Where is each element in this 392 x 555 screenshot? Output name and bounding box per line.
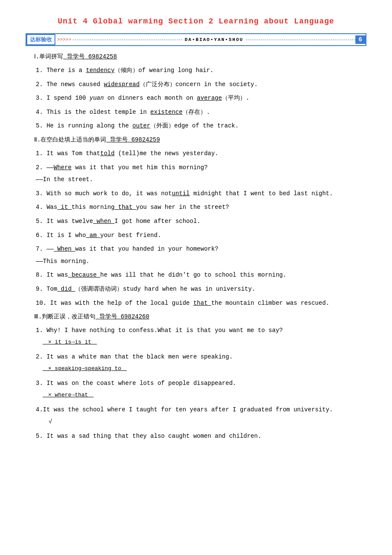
- section-arrows: >>>>>: [57, 37, 71, 42]
- q2-9: 9. Tom did （强调谓语动词）study hard when he wa…: [30, 283, 366, 295]
- q1-2: 2. The news caused widespread（广泛分布）conce…: [30, 79, 366, 90]
- part2-container: Ⅱ.在空白处填上适当的单词 导学号 69824259 1. It was Tom…: [26, 136, 366, 309]
- part3-label: Ⅲ.判断正误，改正错句: [34, 313, 95, 320]
- q3-4: 4.It was the school where I taught for t…: [30, 404, 366, 427]
- correction-2: × speaking→speaking to: [43, 364, 366, 373]
- q1-3: 3. I spend 100 yuan on dinners each mont…: [30, 92, 366, 104]
- q3-2: 2. It was a white man that the black men…: [30, 351, 366, 373]
- correction-1: × it is→is it: [43, 337, 366, 347]
- part1-title: Ⅰ.单词拼写 导学号 69824258: [34, 53, 366, 61]
- q3-1: 1. Why! I have nothing to confess.What i…: [30, 325, 366, 347]
- q2-3: 3. With so much work to do, it was notun…: [30, 188, 366, 199]
- part1-guide: 导学号 69824258: [63, 53, 117, 60]
- q2-8: 8. It was because he was ill that he did…: [30, 269, 366, 281]
- part2-title: Ⅱ.在空白处填上适当的单词 导学号 69824259: [34, 136, 366, 144]
- section-line-right: [246, 40, 355, 40]
- q2-2: 2. ——Where was it that you met him this …: [30, 162, 366, 185]
- q3-5: 5. It was a sad thing that they also cau…: [30, 431, 366, 442]
- part2-guide: 导学号 69824259: [106, 136, 160, 143]
- q2-6: 6. It is I who am your best friend.: [30, 230, 366, 241]
- q1-1: 1. There is a tendency（倾向）of wearing lon…: [30, 65, 366, 76]
- q2-10: 10. It was with the help of the local gu…: [30, 298, 366, 309]
- q2-5: 5. It was twelve when I got home after s…: [30, 216, 366, 227]
- section-tag-text: 达标验收: [30, 37, 52, 43]
- correction-4: √: [43, 416, 366, 427]
- part1-container: Ⅰ.单词拼写 导学号 69824258 1. There is a tenden…: [26, 53, 366, 132]
- section-middle-text: DA▪BIAO▪YAN▪SHOU: [182, 37, 246, 42]
- part1-label: Ⅰ.单词拼写: [34, 53, 63, 60]
- page-title: Unit 4 Global warming Section 2 Learning…: [26, 17, 366, 26]
- q2-1: 1. It was Tom thattold (tell)me the news…: [30, 148, 366, 159]
- q3-3: 3. It was on the coast where lots of peo…: [30, 378, 366, 400]
- part3-guide: 导学号 69824260: [95, 313, 149, 320]
- section-number: 6: [355, 35, 366, 44]
- part2-label: Ⅱ.在空白处填上适当的单词: [34, 136, 106, 143]
- q2-4: 4. Was it this morning that you saw her …: [30, 202, 366, 213]
- part3-container: Ⅲ.判断正误，改正错句 导学号 69824260 1. Why! I have …: [26, 313, 366, 442]
- correction-3: × where→that: [43, 390, 366, 400]
- section-line-left: [73, 40, 182, 40]
- q1-5: 5. He is running along the outer（外面）edge…: [30, 120, 366, 132]
- section-header: 达标验收 >>>>> DA▪BIAO▪YAN▪SHOU 6: [26, 33, 366, 46]
- q1-4: 4. This is the oldest temple in existenc…: [30, 107, 366, 118]
- section-tag: 达标验收: [26, 34, 55, 45]
- q2-7: 7. —— When was it that you handed in you…: [30, 243, 366, 267]
- part3-title: Ⅲ.判断正误，改正错句 导学号 69824260: [34, 313, 366, 321]
